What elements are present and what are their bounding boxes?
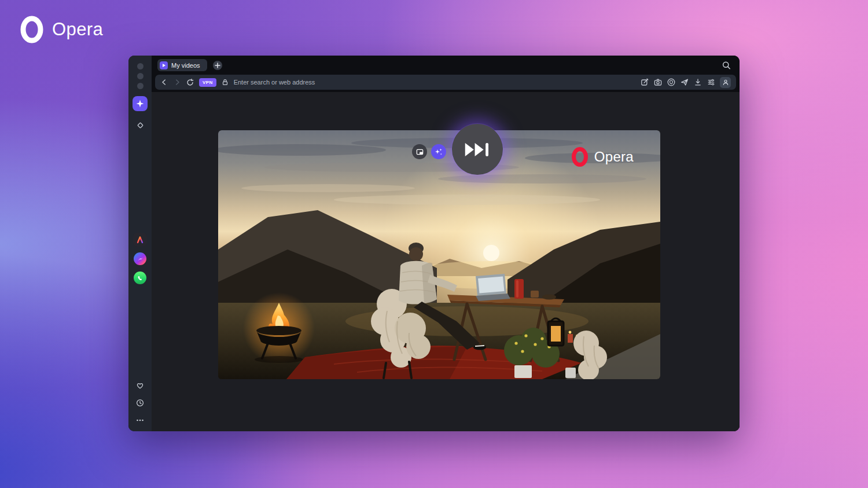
shield-icon (667, 78, 676, 87)
sliders-icon (707, 78, 716, 87)
edit-icon (640, 78, 649, 87)
sidebar-messenger-group (133, 233, 147, 285)
sidebar-placeholder-dot[interactable] (137, 63, 144, 69)
video-player[interactable] (218, 130, 660, 379)
sidebar-dot-group (137, 63, 144, 89)
person-icon (722, 78, 730, 86)
new-tab-button[interactable] (213, 61, 222, 70)
video-watermark: Opera (571, 146, 634, 167)
shield-badge-button[interactable] (667, 78, 676, 87)
reload-button[interactable] (186, 78, 194, 87)
tab-label: My videos (171, 62, 200, 69)
sidebar-bottom-group (135, 380, 145, 425)
favorites-button[interactable] (135, 380, 145, 391)
skip-to-end-button[interactable] (452, 124, 503, 175)
opera-o-icon (19, 15, 45, 44)
flow-send-button[interactable] (680, 78, 689, 87)
pip-icon (415, 148, 424, 156)
download-icon (693, 78, 703, 87)
address-toolbar: VPN (155, 75, 736, 90)
vpn-badge[interactable]: VPN (199, 78, 216, 87)
workspace-active-button[interactable] (133, 96, 148, 111)
plus-icon (215, 63, 220, 68)
tab-my-videos[interactable]: My videos (157, 59, 207, 71)
sidebar (128, 56, 152, 431)
skip-forward-icon (464, 142, 491, 157)
back-button[interactable] (160, 78, 168, 86)
forward-arrow-icon (173, 78, 181, 86)
tab-strip: My videos (152, 56, 740, 75)
search-icon (722, 60, 731, 70)
heart-icon (135, 381, 145, 390)
toolbar-right-icons (640, 77, 731, 88)
downloads-button[interactable] (693, 78, 703, 87)
sparkles-icon (434, 147, 443, 156)
history-button[interactable] (135, 398, 145, 408)
opera-hero-logo: Opera (19, 15, 103, 44)
aria-icon (133, 233, 147, 247)
clock-icon (135, 398, 145, 408)
four-point-star-icon (136, 100, 144, 108)
whatsapp-button[interactable] (133, 271, 147, 285)
forward-button[interactable] (173, 78, 181, 86)
site-security-button[interactable] (221, 78, 229, 86)
sidebar-more-button[interactable] (135, 415, 145, 425)
ellipsis-icon (135, 416, 145, 425)
messenger-button[interactable] (133, 252, 147, 266)
aria-ai-button[interactable] (133, 233, 147, 247)
camera-icon (653, 78, 663, 87)
browser-main: My videos (152, 56, 740, 431)
address-input[interactable] (234, 79, 635, 86)
browser-window: My videos (128, 56, 740, 431)
picture-in-picture-button[interactable] (412, 144, 427, 159)
video-region: Opera (218, 130, 660, 379)
sidebar-placeholder-dot[interactable] (137, 83, 144, 89)
video-play-favicon (160, 61, 168, 69)
profile-button[interactable] (720, 77, 731, 88)
ai-highlights-button[interactable] (431, 144, 446, 159)
easy-setup-button[interactable] (707, 78, 716, 87)
whatsapp-icon (134, 271, 146, 284)
snapshot-edit-button[interactable] (640, 78, 649, 87)
lock-icon (221, 78, 229, 86)
back-arrow-icon (160, 78, 168, 86)
diamond-icon (137, 122, 144, 129)
paper-plane-icon (680, 78, 689, 87)
tab-search-button[interactable] (722, 60, 731, 70)
camera-button[interactable] (653, 78, 663, 87)
watermark-text: Opera (594, 149, 634, 165)
reload-icon (186, 78, 194, 87)
opera-wordmark: Opera (52, 19, 103, 40)
sidebar-placeholder-dot[interactable] (137, 73, 144, 79)
workspace-diamond-button[interactable] (133, 120, 148, 130)
page-content: Opera (152, 92, 740, 431)
opera-o-red-icon (571, 146, 589, 167)
video-scene (218, 130, 660, 379)
messenger-icon (134, 252, 146, 265)
